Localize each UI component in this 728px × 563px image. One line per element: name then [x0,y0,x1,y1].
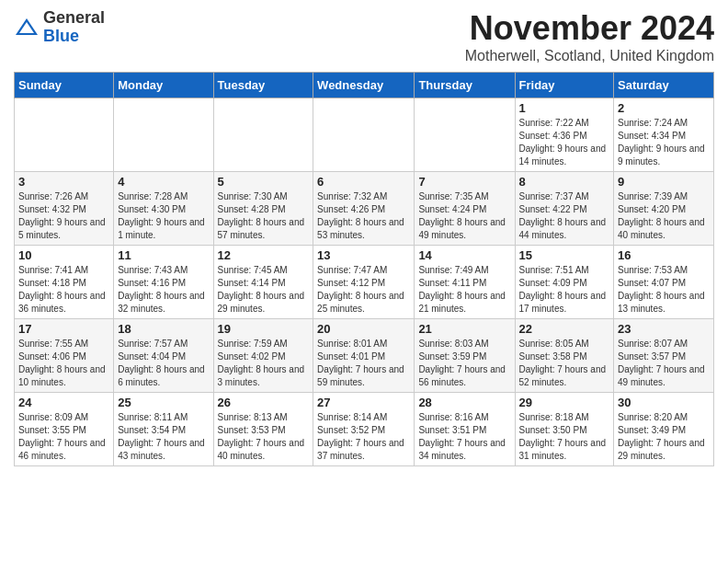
day-number: 3 [18,175,109,189]
day-number: 4 [118,175,209,189]
calendar-week-5: 24Sunrise: 8:09 AM Sunset: 3:55 PM Dayli… [15,393,714,466]
day-info: Sunrise: 7:24 AM Sunset: 4:34 PM Dayligh… [618,117,710,168]
day-number: 14 [418,248,510,262]
calendar-cell: 23Sunrise: 8:07 AM Sunset: 3:57 PM Dayli… [614,319,714,393]
day-info: Sunrise: 8:13 AM Sunset: 3:53 PM Dayligh… [218,411,310,463]
calendar: SundayMondayTuesdayWednesdayThursdayFrid… [14,72,714,466]
day-info: Sunrise: 8:05 AM Sunset: 3:58 PM Dayligh… [519,338,610,389]
calendar-week-1: 1Sunrise: 7:22 AM Sunset: 4:36 PM Daylig… [15,98,714,172]
day-number: 20 [317,322,410,336]
calendar-cell: 11Sunrise: 7:43 AM Sunset: 4:16 PM Dayli… [114,246,213,319]
day-number: 1 [519,101,610,115]
calendar-week-4: 17Sunrise: 7:55 AM Sunset: 4:06 PM Dayli… [15,319,714,393]
day-number: 13 [317,248,410,262]
day-number: 10 [18,248,109,262]
day-number: 2 [618,101,710,115]
title-area: November 2024 Motherwell, Scotland, Unit… [465,9,714,64]
calendar-cell [213,98,313,172]
day-number: 9 [618,175,710,189]
calendar-cell: 1Sunrise: 7:22 AM Sunset: 4:36 PM Daylig… [515,98,614,172]
calendar-cell [15,98,114,172]
calendar-cell: 27Sunrise: 8:14 AM Sunset: 3:52 PM Dayli… [313,393,415,466]
day-number: 22 [519,322,610,336]
calendar-cell: 3Sunrise: 7:26 AM Sunset: 4:32 PM Daylig… [15,172,114,246]
header: General Blue November 2024 Motherwell, S… [14,9,714,64]
day-info: Sunrise: 7:41 AM Sunset: 4:18 PM Dayligh… [18,264,109,316]
calendar-cell: 15Sunrise: 7:51 AM Sunset: 4:09 PM Dayli… [515,246,614,319]
day-number: 8 [519,175,610,189]
calendar-header-monday: Monday [114,73,213,98]
day-info: Sunrise: 8:11 AM Sunset: 3:54 PM Dayligh… [118,411,209,463]
calendar-cell: 29Sunrise: 8:18 AM Sunset: 3:50 PM Dayli… [515,393,614,466]
calendar-cell [114,98,213,172]
day-number: 19 [218,322,310,336]
day-number: 11 [118,248,209,262]
day-info: Sunrise: 7:59 AM Sunset: 4:02 PM Dayligh… [218,338,310,389]
calendar-cell: 25Sunrise: 8:11 AM Sunset: 3:54 PM Dayli… [114,393,213,466]
subtitle: Motherwell, Scotland, United Kingdom [465,48,714,64]
day-info: Sunrise: 8:18 AM Sunset: 3:50 PM Dayligh… [519,411,610,463]
logo-icon [14,15,40,40]
calendar-header-row: SundayMondayTuesdayWednesdayThursdayFrid… [15,73,714,98]
day-info: Sunrise: 7:53 AM Sunset: 4:07 PM Dayligh… [618,264,710,316]
calendar-header-saturday: Saturday [614,73,714,98]
day-info: Sunrise: 8:09 AM Sunset: 3:55 PM Dayligh… [18,411,109,463]
calendar-week-2: 3Sunrise: 7:26 AM Sunset: 4:32 PM Daylig… [15,172,714,246]
day-info: Sunrise: 7:37 AM Sunset: 4:22 PM Dayligh… [519,190,610,242]
day-number: 12 [218,248,310,262]
calendar-cell: 4Sunrise: 7:28 AM Sunset: 4:30 PM Daylig… [114,172,213,246]
day-info: Sunrise: 8:20 AM Sunset: 3:49 PM Dayligh… [618,411,710,463]
calendar-cell: 22Sunrise: 8:05 AM Sunset: 3:58 PM Dayli… [515,319,614,393]
day-number: 23 [618,322,710,336]
day-info: Sunrise: 7:26 AM Sunset: 4:32 PM Dayligh… [18,190,109,242]
day-number: 25 [118,396,209,409]
calendar-cell: 17Sunrise: 7:55 AM Sunset: 4:06 PM Dayli… [15,319,114,393]
calendar-cell: 8Sunrise: 7:37 AM Sunset: 4:22 PM Daylig… [515,172,614,246]
day-info: Sunrise: 7:49 AM Sunset: 4:11 PM Dayligh… [418,264,510,316]
calendar-cell: 30Sunrise: 8:20 AM Sunset: 3:49 PM Dayli… [614,393,714,466]
calendar-cell: 12Sunrise: 7:45 AM Sunset: 4:14 PM Dayli… [213,246,313,319]
day-number: 30 [618,396,710,409]
calendar-header-wednesday: Wednesday [313,73,415,98]
day-number: 26 [218,396,310,409]
day-info: Sunrise: 7:57 AM Sunset: 4:04 PM Dayligh… [118,338,209,389]
day-info: Sunrise: 7:28 AM Sunset: 4:30 PM Dayligh… [118,190,209,242]
day-info: Sunrise: 8:14 AM Sunset: 3:52 PM Dayligh… [317,411,410,463]
day-info: Sunrise: 8:03 AM Sunset: 3:59 PM Dayligh… [418,338,510,389]
calendar-cell: 18Sunrise: 7:57 AM Sunset: 4:04 PM Dayli… [114,319,213,393]
day-number: 28 [418,396,510,409]
day-number: 18 [118,322,209,336]
calendar-cell [415,98,515,172]
calendar-cell: 20Sunrise: 8:01 AM Sunset: 4:01 PM Dayli… [313,319,415,393]
calendar-header-sunday: Sunday [15,73,114,98]
logo: General Blue [14,9,105,46]
day-number: 24 [18,396,109,409]
page: General Blue November 2024 Motherwell, S… [0,0,728,476]
main-title: November 2024 [465,9,714,48]
day-info: Sunrise: 7:47 AM Sunset: 4:12 PM Dayligh… [317,264,410,316]
calendar-header-thursday: Thursday [415,73,515,98]
day-number: 16 [618,248,710,262]
day-info: Sunrise: 8:16 AM Sunset: 3:51 PM Dayligh… [418,411,510,463]
calendar-header-tuesday: Tuesday [213,73,313,98]
day-info: Sunrise: 7:51 AM Sunset: 4:09 PM Dayligh… [519,264,610,316]
calendar-cell: 9Sunrise: 7:39 AM Sunset: 4:20 PM Daylig… [614,172,714,246]
calendar-cell: 10Sunrise: 7:41 AM Sunset: 4:18 PM Dayli… [15,246,114,319]
day-info: Sunrise: 8:07 AM Sunset: 3:57 PM Dayligh… [618,338,710,389]
calendar-cell: 5Sunrise: 7:30 AM Sunset: 4:28 PM Daylig… [213,172,313,246]
logo-text: General Blue [43,9,105,46]
calendar-cell [313,98,415,172]
calendar-cell: 13Sunrise: 7:47 AM Sunset: 4:12 PM Dayli… [313,246,415,319]
day-number: 15 [519,248,610,262]
calendar-cell: 2Sunrise: 7:24 AM Sunset: 4:34 PM Daylig… [614,98,714,172]
day-number: 5 [218,175,310,189]
day-number: 29 [519,396,610,409]
calendar-cell: 19Sunrise: 7:59 AM Sunset: 4:02 PM Dayli… [213,319,313,393]
logo-general: General [43,8,105,27]
day-number: 7 [418,175,510,189]
day-number: 27 [317,396,410,409]
day-number: 21 [418,322,510,336]
day-info: Sunrise: 7:55 AM Sunset: 4:06 PM Dayligh… [18,338,109,389]
calendar-cell: 26Sunrise: 8:13 AM Sunset: 3:53 PM Dayli… [213,393,313,466]
calendar-cell: 28Sunrise: 8:16 AM Sunset: 3:51 PM Dayli… [415,393,515,466]
